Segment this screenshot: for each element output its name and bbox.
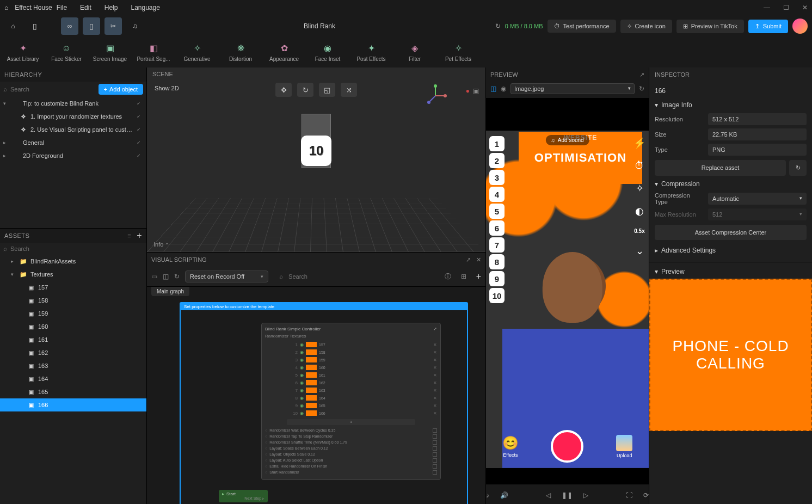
flash-icon[interactable]: ⚡ bbox=[633, 137, 645, 149]
graph-canvas[interactable]: Main graph Set properties below to custo… bbox=[147, 286, 485, 504]
asset-item[interactable]: ▾📁Textures bbox=[0, 268, 146, 281]
record-button[interactable] bbox=[551, 430, 583, 463]
node-setting-row[interactable]: ○ Extra: Hide Randomizer On Finish bbox=[265, 464, 437, 469]
collapse-icon[interactable]: ▭ bbox=[151, 273, 157, 280]
ribbon-portrait-seg-[interactable]: ◧Portrait Seg... bbox=[132, 37, 175, 67]
hierarchy-item[interactable]: ❖1. Import your randomizer textures✓ bbox=[0, 110, 146, 123]
link-button[interactable]: ∞ bbox=[61, 17, 78, 35]
node-setting-row[interactable]: ○ Randomizer Wait Between Cycles 0.35 bbox=[265, 428, 437, 433]
device-button[interactable]: ▯ bbox=[26, 17, 44, 35]
preview-tiktok-button[interactable]: ⊞Preview in TikTok bbox=[676, 20, 744, 33]
upload-button[interactable]: Upload bbox=[616, 435, 632, 458]
texture-row[interactable]: 6◉162✕ bbox=[265, 379, 437, 386]
node-setting-row[interactable]: ○ Layout: Objects Scale 0.12 bbox=[265, 452, 437, 457]
prev-icon[interactable]: ◁ bbox=[546, 491, 551, 499]
info-icon[interactable]: ⓘ bbox=[445, 272, 451, 281]
asset-item[interactable]: ▣159 bbox=[0, 307, 146, 320]
texture-row[interactable]: 4◉160✕ bbox=[265, 364, 437, 371]
rank-slot[interactable]: 9 bbox=[489, 271, 505, 286]
texture-row[interactable]: 3◉159✕ bbox=[265, 356, 437, 364]
chevron-right-icon[interactable] bbox=[655, 247, 658, 254]
texture-row[interactable]: 9◉165✕ bbox=[265, 402, 437, 409]
rank-slot[interactable]: 4 bbox=[489, 187, 505, 202]
rank-slot[interactable]: 10 bbox=[489, 288, 505, 303]
rank-slot[interactable]: 3 bbox=[489, 170, 505, 185]
layers-icon[interactable]: ◫ bbox=[163, 273, 169, 280]
axis-gizmo[interactable] bbox=[423, 84, 447, 108]
refresh-asset-button[interactable]: ↻ bbox=[789, 160, 807, 176]
phone-button[interactable]: ▯ bbox=[83, 17, 100, 35]
ribbon-generative[interactable]: ✧Generative bbox=[175, 37, 219, 67]
rank-slot[interactable]: 8 bbox=[489, 254, 505, 269]
refresh-graph-icon[interactable]: ↻ bbox=[174, 273, 180, 280]
chevron-down-icon[interactable] bbox=[655, 180, 658, 188]
texture-row[interactable]: 2◉158✕ bbox=[265, 348, 437, 356]
grid-icon[interactable]: ⊞ bbox=[461, 273, 466, 280]
compression-center-button[interactable]: Asset Compression Center bbox=[655, 225, 807, 240]
filter-icon[interactable]: ≡ bbox=[127, 232, 131, 239]
scene-info-label[interactable]: Info bbox=[153, 241, 163, 248]
texture-row[interactable]: 7◉163✕ bbox=[265, 386, 437, 394]
asset-item[interactable]: ▣164 bbox=[0, 372, 146, 385]
node-setting-row[interactable]: ○ Layout: Auto Select Last Option bbox=[265, 458, 437, 463]
menu-help[interactable]: Help bbox=[104, 4, 118, 11]
asset-item[interactable]: ▸📁BlindRankAssets bbox=[0, 255, 146, 268]
rank-slot[interactable]: 7 bbox=[489, 237, 505, 253]
graph-tab[interactable]: Main graph bbox=[151, 287, 189, 296]
ribbon-distortion[interactable]: ❋Distortion bbox=[219, 37, 262, 67]
hierarchy-search-input[interactable] bbox=[10, 86, 95, 93]
reset-mode-select[interactable]: Reset on Record Off▾ bbox=[185, 271, 268, 282]
rank-slot[interactable]: 5 bbox=[489, 204, 505, 219]
rank-slot[interactable]: 1 bbox=[489, 136, 505, 151]
hierarchy-item[interactable]: ▸2D Foreground✓ bbox=[0, 149, 146, 162]
node-output[interactable]: Selected Rank Index ▸ bbox=[472, 407, 485, 414]
refresh-preview-icon[interactable]: ↻ bbox=[639, 85, 644, 93]
scene-object[interactable]: 10 bbox=[301, 136, 331, 166]
graph-comment-node[interactable]: Set properties below to customize the te… bbox=[180, 302, 468, 504]
asset-item[interactable]: ▣158 bbox=[0, 294, 146, 307]
node-setting-row[interactable]: ○ Layout: Space Between Each 0.12 bbox=[265, 446, 437, 451]
filters-icon[interactable]: ◐ bbox=[635, 205, 644, 217]
create-icon-button[interactable]: ✧Create icon bbox=[620, 20, 672, 33]
preview-media-select[interactable]: Image.jpeg▾ bbox=[510, 83, 635, 94]
node-setting-row[interactable]: ○ Randomizer Tap To Stop Randomizer bbox=[265, 434, 437, 439]
ribbon-asset-library[interactable]: ✦Asset Library bbox=[1, 37, 45, 67]
move-tool-icon[interactable]: ✥ bbox=[275, 83, 292, 97]
ar-icon[interactable]: ◫ bbox=[490, 85, 496, 93]
node-setting-row[interactable]: ○ Start Randomizer bbox=[265, 470, 437, 475]
rank-slot[interactable]: 2 bbox=[489, 153, 505, 168]
asset-item[interactable]: ▣162 bbox=[0, 346, 146, 359]
submit-button[interactable]: ↥Submit bbox=[748, 20, 788, 33]
node-output[interactable]: Selected Randomizer Texture ▸ bbox=[472, 391, 485, 399]
popout-preview-icon[interactable]: ↗ bbox=[639, 71, 644, 78]
hierarchy-item[interactable]: ❖2. Use Visual Scripting panel to custo.… bbox=[0, 123, 146, 136]
popout-icon[interactable]: ↗ bbox=[466, 256, 471, 263]
asset-item[interactable]: ▣165 bbox=[0, 385, 146, 398]
add-object-button[interactable]: +Add object bbox=[99, 84, 143, 95]
node-output[interactable]: On Randomizer Selected ▸ bbox=[472, 376, 485, 384]
add-row-button[interactable]: + bbox=[287, 419, 415, 425]
asset-item[interactable]: ▣163 bbox=[0, 359, 146, 372]
more-icon[interactable]: ⌄ bbox=[636, 245, 644, 257]
ribbon-post-effects[interactable]: ✦Post Effects bbox=[349, 37, 393, 67]
ribbon-appearance[interactable]: ✿Appearance bbox=[262, 37, 306, 67]
node-output[interactable]: Selected Randomizer Index ▸ bbox=[472, 384, 485, 391]
texture-row[interactable]: 8◉164✕ bbox=[265, 394, 437, 402]
asset-item[interactable]: ▣161 bbox=[0, 333, 146, 346]
asset-item[interactable]: ▣166 bbox=[0, 398, 146, 411]
controller-node[interactable]: Blind Rank Simple Controller⤢ Randomizer… bbox=[261, 323, 441, 480]
speed-icon[interactable]: 0.5x bbox=[634, 228, 644, 234]
home-icon[interactable]: ⌂ bbox=[4, 4, 8, 11]
home-button[interactable]: ⌂ bbox=[4, 17, 22, 35]
next-icon[interactable]: ▷ bbox=[583, 491, 588, 499]
chevron-down-icon[interactable] bbox=[655, 268, 658, 275]
camera-icon[interactable]: ◉ bbox=[501, 85, 506, 93]
node-setting-row[interactable]: ○ Randomizer Shuffle Time (Min/Max) 0.60… bbox=[265, 440, 437, 445]
volume-icon[interactable]: 🔊 bbox=[500, 491, 508, 499]
ribbon-filter[interactable]: ◈Filter bbox=[393, 37, 436, 67]
hierarchy-item[interactable]: ▸General✓ bbox=[0, 136, 146, 149]
texture-row[interactable]: 5◉161✕ bbox=[265, 371, 437, 379]
tools-button[interactable]: ✂ bbox=[104, 17, 122, 35]
menu-edit[interactable]: Edit bbox=[80, 4, 91, 11]
asset-item[interactable]: ▣160 bbox=[0, 320, 146, 333]
